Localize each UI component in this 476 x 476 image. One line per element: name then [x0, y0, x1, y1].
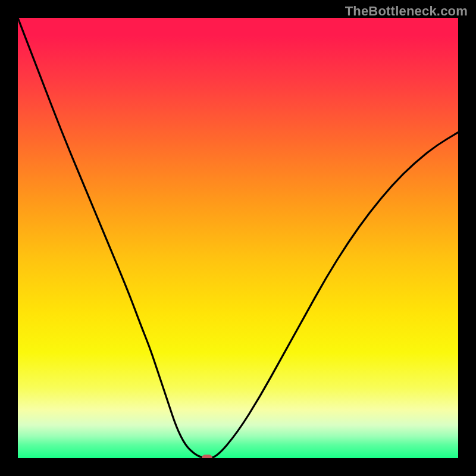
- bottleneck-curve: [18, 18, 458, 458]
- plot-area: [18, 18, 458, 458]
- curve-svg: [18, 18, 458, 458]
- chart-container: TheBottleneck.com: [0, 0, 476, 476]
- optimal-marker: [202, 455, 212, 458]
- watermark-text: TheBottleneck.com: [345, 4, 468, 19]
